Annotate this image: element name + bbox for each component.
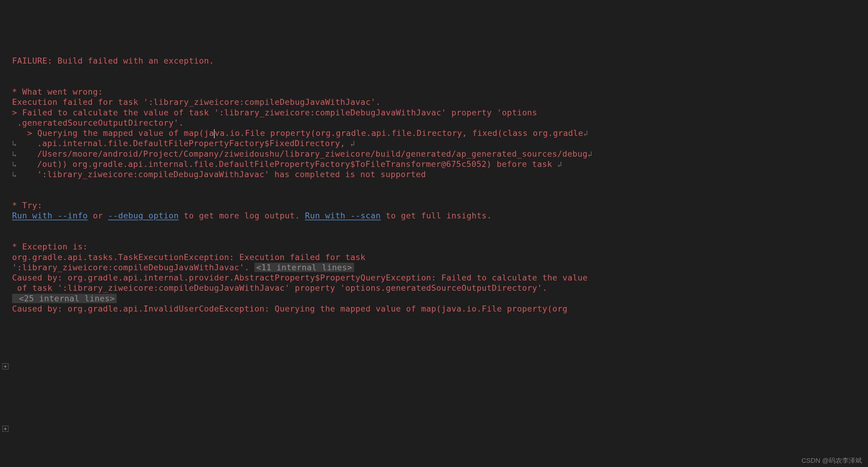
expand-fold-icon[interactable]: + <box>2 426 8 432</box>
error-line: > Querying the mapped value of map(java.… <box>12 128 588 138</box>
soft-wrap-icon: ↲ <box>588 150 592 158</box>
exception-line: ':library_ziweicore:compileDebugJavaWith… <box>12 263 354 272</box>
watermark-text: CSDN @码农李泽斌 <box>801 456 862 465</box>
run-scan-link[interactable]: Run with --scan <box>305 211 381 220</box>
soft-wrap-icon: ↲ <box>350 139 355 148</box>
error-line: > Failed to calculate the value of task … <box>12 108 537 117</box>
run-debug-link[interactable]: --debug option <box>108 211 179 220</box>
text-cursor: a <box>209 128 215 138</box>
soft-wrap-icon: ↲ <box>557 160 562 169</box>
caused-by-line: of task ':library_ziweicore:compileDebug… <box>12 283 553 292</box>
error-section-header: * Exception is: <box>12 242 88 251</box>
try-suggestion-line: Run with --info or --debug option to get… <box>12 211 492 220</box>
folded-stacktrace[interactable]: <25 internal lines> <box>12 294 117 303</box>
error-line: ↳ /Users/moore/android/Project/Company/z… <box>12 149 592 158</box>
error-line: Execution failed for task ':library_ziwe… <box>12 97 381 107</box>
soft-wrap-cont-icon: ↳ <box>12 150 17 158</box>
error-line: ↳ ':library_ziweicore:compileDebugJavaWi… <box>12 169 426 179</box>
folded-stacktrace[interactable]: <11 internal lines> <box>254 263 354 272</box>
soft-wrap-cont-icon: ↳ <box>12 160 17 169</box>
caused-by-line: Caused by: org.gradle.api.InvalidUserCod… <box>12 304 567 313</box>
error-line: .generatedSourceOutputDirectory'. <box>12 118 184 127</box>
fold-gutter: + + <box>0 0 10 314</box>
soft-wrap-icon: ↲ <box>583 129 588 138</box>
exception-line: org.gradle.api.tasks.TaskExecutionExcept… <box>12 252 371 262</box>
error-line: ↳ .api.internal.file.DefaultFileProperty… <box>12 138 355 148</box>
caused-by-line: Caused by: org.gradle.api.internal.provi… <box>12 273 588 282</box>
build-output-console[interactable]: + + FAILURE: Build failed with an except… <box>0 0 868 314</box>
soft-wrap-cont-icon: ↳ <box>12 139 17 148</box>
error-section-header: * Try: <box>12 201 42 210</box>
soft-wrap-cont-icon: ↳ <box>12 170 17 179</box>
run-info-link[interactable]: Run with --info <box>12 211 88 220</box>
error-line: ↳ /out)) org.gradle.api.internal.file.De… <box>12 159 562 169</box>
expand-fold-icon[interactable]: + <box>2 363 8 369</box>
error-line: FAILURE: Build failed with an exception. <box>12 56 214 65</box>
error-section-header: * What went wrong: <box>12 87 103 96</box>
folded-line: <25 internal lines> <box>12 294 117 303</box>
